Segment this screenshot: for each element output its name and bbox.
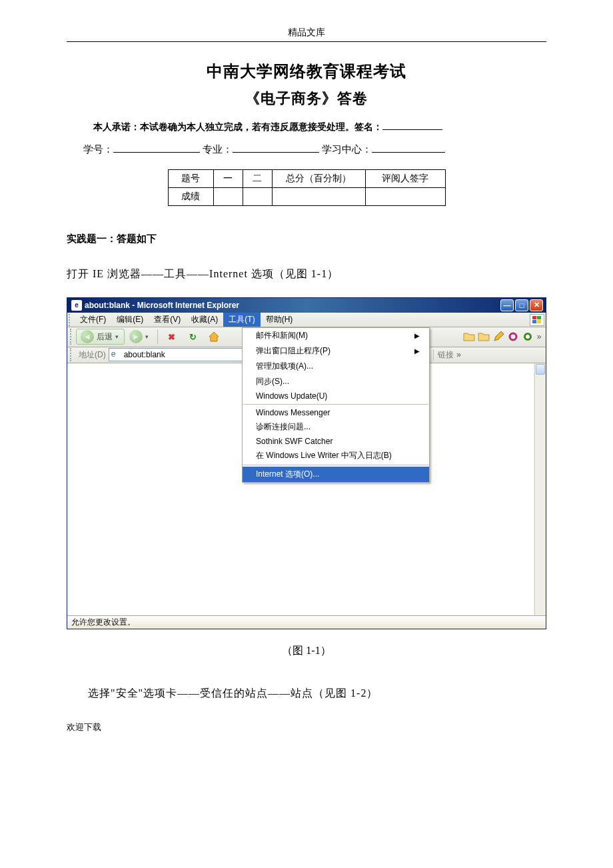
doc-header: 精品文库 — [67, 27, 546, 42]
page-icon: e — [111, 349, 122, 360]
close-button[interactable]: ✕ — [530, 299, 543, 311]
th-1: 一 — [213, 170, 243, 188]
menu-separator — [243, 404, 428, 405]
stop-icon: ✖ — [165, 331, 177, 343]
menu-messenger[interactable]: Windows Messenger — [243, 406, 429, 419]
title-main: 中南大学网络教育课程考试 — [67, 61, 546, 82]
cell-blank — [365, 188, 445, 206]
menu-favorites[interactable]: 收藏(A) — [186, 313, 223, 327]
title-sub: 《电子商务》答卷 — [67, 89, 546, 109]
th-2: 二 — [243, 170, 272, 188]
svg-point-4 — [510, 333, 516, 340]
step-1-text: 打开 IE 浏览器——工具——Internet 选项（见图 1-1） — [67, 265, 546, 283]
separator — [157, 329, 158, 344]
menu-file[interactable]: 文件(F) — [75, 313, 111, 327]
status-text: 允许您更改设置。 — [71, 617, 135, 628]
window-title: about:blank - Microsoft Internet Explore… — [85, 301, 239, 310]
th-num: 题号 — [168, 170, 213, 188]
forward-arrow-icon: ► — [129, 330, 143, 343]
address-label: 地址(D) — [76, 349, 109, 361]
gear-icon[interactable] — [506, 331, 520, 343]
th-total: 总分（百分制） — [272, 170, 365, 188]
student-info-line: 学号： 专业： 学习中心： — [73, 143, 546, 156]
refresh-icon: ↻ — [187, 331, 199, 343]
menu-edit[interactable]: 编辑(E) — [111, 313, 149, 327]
step-2-text: 选择"安全"选项卡——受信任的站点——站点（见图 1-2） — [67, 685, 546, 702]
titlebar[interactable]: e about:blank - Microsoft Internet Explo… — [67, 298, 546, 313]
menubar: 文件(F) 编辑(E) 查看(V) 收藏(A) 工具(T) 帮助(H) 邮件和新… — [67, 313, 546, 327]
menu-diagnose[interactable]: 诊断连接问题... — [243, 419, 429, 435]
status-bar: 允许您更改设置。 — [67, 615, 546, 629]
svg-rect-1 — [537, 316, 541, 319]
score-table: 题号 一 二 总分（百分制） 评阅人签字 成绩 — [168, 169, 446, 206]
footer: 欢迎下载 — [67, 721, 546, 733]
menu-manage-addons[interactable]: 管理加载项(A)... — [243, 359, 429, 374]
dropdown-arrow-icon: ▾ — [145, 333, 150, 340]
vertical-scrollbar[interactable] — [534, 363, 546, 615]
submenu-arrow-icon: ▶ — [414, 332, 420, 339]
menu-mail-news[interactable]: 邮件和新闻(M)▶ — [243, 328, 429, 343]
svg-rect-3 — [537, 320, 541, 323]
section-heading-1: 实践题一：答题如下 — [67, 233, 546, 245]
folder-icon[interactable] — [476, 331, 491, 343]
menu-separator — [243, 465, 428, 465]
menu-internet-options[interactable]: Internet 选项(O)... — [243, 467, 429, 482]
grip-icon[interactable] — [70, 329, 73, 345]
minimize-button[interactable]: — — [500, 299, 514, 311]
svg-rect-2 — [532, 320, 536, 323]
row-score-label: 成绩 — [168, 188, 213, 206]
ie-logo-icon: e — [71, 300, 82, 311]
refresh-button[interactable]: ↻ — [182, 329, 203, 345]
th-sign: 评阅人签字 — [365, 170, 445, 188]
pledge-line: 本人承诺：本试卷确为本人独立完成，若有违反愿意接受处理。签名： — [93, 121, 546, 133]
label-major: 专业： — [203, 144, 233, 155]
svg-rect-0 — [532, 316, 536, 319]
cell-blank — [213, 188, 243, 206]
ie-window: e about:blank - Microsoft Internet Explo… — [67, 297, 546, 629]
label-center: 学习中心： — [322, 144, 372, 155]
toolbar-chevron-icon[interactable]: » — [455, 350, 463, 359]
toolbar-chevron-icon[interactable]: » — [535, 332, 543, 341]
stop-button[interactable]: ✖ — [161, 329, 182, 345]
cell-blank — [272, 188, 365, 206]
pencil-icon[interactable] — [491, 331, 506, 343]
windows-flag-icon — [530, 314, 544, 326]
home-button[interactable] — [203, 329, 225, 345]
cell-blank — [243, 188, 272, 206]
forward-button[interactable]: ► ▾ — [125, 329, 155, 345]
help-icon[interactable] — [520, 331, 535, 343]
menu-help[interactable]: 帮助(H) — [261, 313, 299, 327]
menu-view[interactable]: 查看(V) — [149, 313, 186, 327]
grip-icon[interactable] — [69, 314, 72, 326]
menu-live-writer[interactable]: 在 Windows Live Writer 中写入日志(B) — [243, 448, 429, 463]
dropdown-arrow-icon: ▾ — [115, 333, 120, 340]
links-label[interactable]: 链接 — [433, 349, 455, 361]
submenu-arrow-icon: ▶ — [414, 347, 420, 355]
figure-caption-1: （图 1-1） — [67, 644, 546, 658]
pledge-text: 本人承诺：本试卷确为本人独立完成，若有违反愿意接受处理。签名： — [93, 121, 382, 132]
tools-dropdown: 邮件和新闻(M)▶ 弹出窗口阻止程序(P)▶ 管理加载项(A)... 同步(S)… — [242, 327, 430, 483]
back-label: 后退 — [97, 331, 113, 343]
menu-sync[interactable]: 同步(S)... — [243, 374, 429, 389]
folder-icon[interactable] — [462, 331, 476, 343]
menu-tools[interactable]: 工具(T) — [223, 313, 260, 327]
grip-icon[interactable] — [70, 348, 73, 361]
menu-popup-blocker[interactable]: 弹出窗口阻止程序(P)▶ — [243, 343, 429, 359]
label-student-id: 学号： — [83, 144, 113, 155]
back-button[interactable]: ◄ 后退 ▾ — [76, 329, 125, 345]
back-arrow-icon: ◄ — [81, 330, 94, 343]
svg-point-6 — [526, 335, 530, 339]
maximize-button[interactable]: □ — [515, 299, 528, 311]
menu-windows-update[interactable]: Windows Update(U) — [243, 389, 429, 403]
scroll-thumb[interactable] — [536, 364, 545, 375]
menu-sothink[interactable]: Sothink SWF Catcher — [243, 435, 429, 448]
home-icon — [208, 331, 220, 343]
